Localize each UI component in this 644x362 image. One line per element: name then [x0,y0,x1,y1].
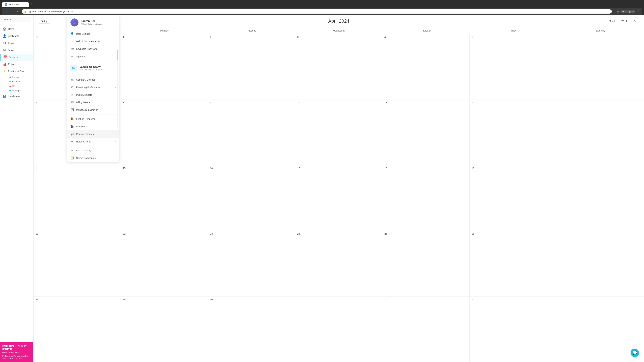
sidebar-item-positions-pools[interactable]: ⚡ Positions / Pools [0,68,33,75]
cal-cell[interactable]: 25 [382,231,470,296]
next-month-button[interactable]: › [56,19,60,24]
menu-item-invite-members[interactable]: ✉ Invite Members [67,91,119,98]
cal-cell[interactable]: 28 [34,297,121,362]
menu-item-label: Product Updates [76,133,94,135]
cal-cell[interactable] [557,34,644,99]
cal-cell[interactable]: 16 [208,165,295,231]
company-header: SC Sample Company https://sample-company… [70,64,116,71]
cal-cell[interactable]: 8 [121,100,208,165]
forward-button[interactable]: → [10,9,15,14]
sidebar-item-home[interactable]: 🏠 Home [0,25,33,32]
scrollbar-thumb[interactable] [117,50,118,60]
prev-month-button[interactable]: ‹ [51,19,55,24]
chat-icon: 💬 [632,351,637,355]
cal-cell[interactable]: 15 [121,165,208,231]
menu-item-billing-details[interactable]: 💳 Billing Details [67,98,119,106]
cal-cell[interactable]: 5 [470,34,557,99]
dropdown-divider-3 [67,146,119,146]
promo-banner[interactable]: Introducing Perform by Breezy HR Foster,… [0,343,33,362]
browser-menu-icon[interactable]: ⋮ [636,9,640,13]
cal-cell[interactable]: 22 [121,231,208,296]
menu-item-manage-subscription[interactable]: 🔄 Manage Subscription [67,106,119,114]
week-view-button[interactable]: Week [620,19,629,23]
calendar-nav: Today ‹ › [38,18,60,24]
sub-item-manager[interactable]: Manager [8,88,33,93]
sidebar-item-calendar[interactable]: 📅 Calendar [0,54,33,61]
menu-item-product-updates[interactable]: 📢 Product Updates [67,130,119,138]
month-view-button[interactable]: Month [608,19,617,23]
cal-cell[interactable]: 2 [208,34,295,99]
sidebar-item-tasks[interactable]: ☑ Tasks [0,46,33,54]
menu-item-user-settings[interactable]: 👤 User Settings [67,30,119,37]
today-button[interactable]: Today [38,18,50,24]
keyboard-shortcuts-icon: ⌨ [70,47,74,50]
cal-cell[interactable]: 26 [470,231,557,296]
cal-cell[interactable]: 1 [121,34,208,99]
cal-cell[interactable]: 1 [295,297,382,362]
reload-button[interactable]: ↻ [16,9,20,14]
chat-button[interactable]: 💬 [630,349,639,357]
menu-item-sign-out[interactable]: ↪ Sign out [67,53,119,60]
address-bar[interactable]: 🔒 app.breezy.hr/app/c/sample-company/cal… [22,9,612,13]
cal-cell[interactable]: 14 [34,165,121,231]
product-updates-icon: 📢 [70,132,74,136]
cal-cell[interactable] [557,100,644,165]
sidebar-item-applicants[interactable]: 👤 Applicants [0,32,33,39]
calendar-header: Today ‹ › April 2024 Month Week Day [34,15,644,27]
cal-cell[interactable]: 29 [121,297,208,362]
calendar-view-buttons: Month Week Day [608,19,639,23]
day-number: 22 [123,232,126,235]
cal-cell[interactable]: 24 [295,231,382,296]
new-tab-button[interactable]: + [29,1,34,7]
cal-cell[interactable]: 19 [470,165,557,231]
cal-cell[interactable]: 3 [470,297,557,362]
menu-item-company-settings[interactable]: 🏢 Company Settings [67,76,119,83]
menu-item-live-demo[interactable]: 🎬 Live Demo [67,123,119,130]
bookmark-icon[interactable]: ☆ [613,10,616,13]
tab-favicon: B [5,3,8,6]
sub-item-hr[interactable]: HR [8,84,33,88]
menu-item-refer-friend[interactable]: ❤ Refer a Friend › [67,138,119,145]
day-number: 1 [297,298,298,301]
menu-item-switch-companies[interactable]: 🔀 Switch Companies › [67,154,119,162]
day-number: 7 [36,101,37,104]
back-button[interactable]: ← [4,9,9,14]
cal-cell[interactable]: 11 [382,100,470,165]
cal-cell[interactable]: 21 [34,231,121,296]
cal-cell[interactable]: 18 [382,165,470,231]
cal-cell[interactable]: 4 [382,34,470,99]
active-tab[interactable]: B Breezy HR ✕ [2,2,29,7]
tab-close-button[interactable]: ✕ [24,3,26,6]
search-input[interactable] [2,17,31,22]
sub-item-finance[interactable]: Finance [8,79,33,84]
cal-cell[interactable]: 30 [208,297,295,362]
sidebar-item-reports[interactable]: 📊 Reports [0,61,33,68]
menu-item-add-company[interactable]: + Add Company [67,147,119,154]
extensions-icon[interactable]: ⊞ [617,10,619,13]
cal-cell[interactable]: 2 [382,297,470,362]
cal-cell[interactable]: 12 [470,100,557,165]
sidebar-item-candidates[interactable]: 👥 Candidates [0,93,33,100]
day-view-button[interactable]: Day [632,19,639,23]
refer-friend-icon: ❤ [70,140,74,143]
cal-cell[interactable]: 10 [295,100,382,165]
menu-item-help-docs[interactable]: ℹ Help & Documentation [67,37,119,45]
sidebar: 🏠 Home 👤 Applicants ✉ Inbox ☑ Tasks 📅 Ca… [0,15,34,362]
day-number: 5 [472,35,473,38]
sub-item-design[interactable]: Design [8,75,33,79]
menu-item-feature-requests[interactable]: 🎁 Feature Requests [67,115,119,123]
cal-cell[interactable]: 9 [208,100,295,165]
cal-cell[interactable]: 23 [208,231,295,296]
cal-cell[interactable]: 17 [295,165,382,231]
cal-cell[interactable]: 3 [295,34,382,99]
cal-cell[interactable] [557,165,644,231]
menu-item-label: Invite Members [76,93,92,96]
menu-item-keyboard-shortcuts[interactable]: ⌨ Keyboard Shortcuts [67,45,119,53]
menu-item-label: Keyboard Shortcuts [76,48,97,50]
promo-logos: Foster, Develop, Retain [2,352,31,354]
day-number: 12 [472,101,474,104]
menu-item-recruiting-prefs[interactable]: ⚙ Recruiting Preferences › [67,83,119,91]
switch-companies-icon: 🔀 [70,156,74,160]
cal-cell[interactable] [557,231,644,296]
sidebar-item-inbox[interactable]: ✉ Inbox [0,39,33,46]
